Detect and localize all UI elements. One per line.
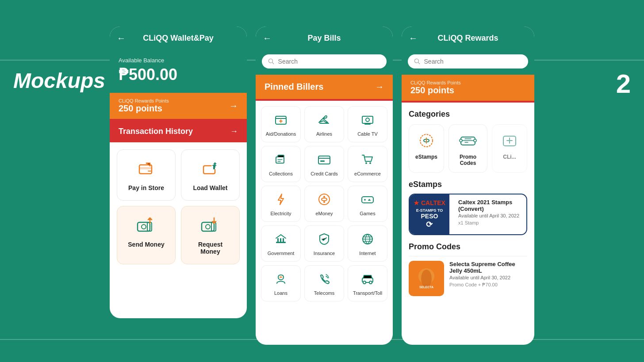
category-estamps[interactable]: eStamps [409,124,444,173]
balance-label: Available Balance [119,57,238,64]
estamp-card[interactable]: ★ CALTEX E-STAMPS TO PESO ⟳ Caltex 2021 … [409,194,527,235]
rewards-search-wrap[interactable] [408,54,528,69]
svg-point-32 [363,281,366,284]
biller-insurance-label: Insurance [314,251,335,256]
send-money-card[interactable]: Send Money [117,206,176,264]
svg-line-35 [418,62,420,64]
loans-icon [273,271,289,287]
cliqq-more-icon [500,131,519,150]
load-wallet-icon [200,159,221,180]
transport-toll-icon [360,271,376,287]
actions-grid: Pay in Store Load Wallet [117,149,240,264]
search-input[interactable] [278,58,380,65]
biller-electricity-label: Electricity [270,211,291,216]
svg-rect-29 [283,238,284,242]
biller-ecommerce[interactable]: eCommerce [348,146,387,182]
search-input-wrap[interactable] [262,54,387,69]
transaction-history-button[interactable]: Transaction History → [110,121,247,142]
svg-point-19 [369,162,371,164]
rewards-main-content: Categories eStamps [402,103,534,303]
biller-collections-label: Collections [269,171,293,176]
biller-games[interactable]: Games [348,186,387,222]
rewards-arrow-icon: → [229,101,238,111]
biller-emoney[interactable]: eMoney [304,186,344,222]
svg-rect-7 [202,222,214,231]
svg-rect-28 [280,238,281,242]
svg-rect-23 [362,197,373,203]
transaction-history-label: Transaction History [119,127,193,136]
pinned-billers-label: Pinned Billers [264,82,323,92]
biller-aid-donations[interactable]: Aid/Donations [261,106,301,142]
pay-bills-screen: ← Pay Bills Pinned Billers → [256,27,393,345]
svg-text:SELECTA: SELECTA [419,286,433,289]
rewards-points-banner[interactable]: CLiQQ Rewards Points 250 points [402,75,534,101]
svg-point-20 [319,194,330,205]
svg-point-22 [323,201,325,203]
svg-rect-13 [362,116,373,123]
biller-loans[interactable]: Loans [261,265,301,301]
ecommerce-icon [360,152,376,168]
insurance-icon [316,231,332,247]
biller-collections[interactable]: Collections [261,146,301,182]
category-cliqq-more[interactable]: CLi... [492,124,527,173]
svg-point-21 [323,196,325,198]
biller-insurance[interactable]: Insurance [304,225,344,262]
pinned-billers-banner[interactable]: Pinned Billers → [256,75,393,99]
request-money-card[interactable]: Request Money [181,206,240,264]
estamp-info: Caltex 2021 Stamps (Convert) Available u… [455,194,526,234]
rewards-points-value: 250 points [119,103,169,114]
load-wallet-card[interactable]: Load Wallet [181,149,240,201]
categories-title: Categories [409,110,527,119]
biller-government[interactable]: Government [261,225,301,262]
promo-codes-icon [458,131,478,150]
screens-container: ← CLiQQ Wallet&Pay Available Balance ₱50… [110,27,534,345]
emoney-icon [316,191,332,207]
actions-section: Pay in Store Load Wallet [110,142,247,271]
category-promo-codes[interactable]: Promo Codes [448,124,487,173]
rewards-cliqq-label: CLiQQ Rewards Points [410,80,461,85]
biller-credit-cards-label: Credit Cards [310,171,338,176]
biller-government-label: Government [268,251,295,256]
biller-transport-toll[interactable]: Transport/Toll [348,265,387,301]
games-icon [360,191,376,207]
billers-grid: Aid/Donations Airlines [256,101,393,307]
biller-airlines[interactable]: Airlines [304,106,344,142]
rewards-search-input[interactable] [424,58,522,65]
biller-telecoms[interactable]: Telecoms [304,265,344,301]
aid-donations-icon [273,112,289,128]
biller-airlines-label: Airlines [316,131,332,137]
svg-point-38 [460,139,462,142]
rewards-back-button[interactable]: ← [409,33,418,43]
estamp-title: Caltex 2021 Stamps (Convert) [458,199,523,212]
svg-rect-16 [318,156,330,164]
estamp-available: Available until April 30, 2022 [458,213,523,218]
promo-codes-section-title: Promo Codes [409,242,527,251]
biller-ecommerce-label: eCommerce [354,171,381,176]
pay-bills-back-button[interactable]: ← [263,33,272,43]
rewards-cliqq-points: 250 points [410,85,461,95]
pinned-billers-arrow: → [375,82,384,92]
promo-card[interactable]: SELECTA Selecta Supreme Coffee Jelly 450… [409,256,527,296]
promo-selecta-image: SELECTA [409,261,444,296]
biller-cable-tv[interactable]: Cable TV [348,106,387,142]
pay-bills-title: Pay Bills [307,34,341,43]
category-promo-codes-label: Promo Codes [454,154,482,166]
biller-credit-cards[interactable]: Credit Cards [304,146,344,182]
biller-electricity[interactable]: Electricity [261,186,301,222]
pay-bills-header: ← Pay Bills [256,27,393,50]
estamps-section-title: eStamps [409,180,527,189]
rewards-banner[interactable]: CLiQQ Rewards Points 250 points → [110,93,247,119]
svg-rect-27 [277,238,279,242]
estamp-count: x1 Stamp [458,220,523,225]
biller-internet[interactable]: Internet [348,225,387,262]
pay-in-store-card[interactable]: Pay in Store [117,149,176,201]
pay-in-store-icon [136,159,157,180]
wallet-back-button[interactable]: ← [117,33,126,43]
svg-point-5 [142,225,146,229]
balance-section: Available Balance ₱500.00 [110,50,247,93]
telecoms-icon [316,271,332,287]
svg-point-39 [474,139,476,142]
slide-number: 2 [616,69,631,99]
load-wallet-label: Load Wallet [193,184,227,191]
promo-code-value: Promo Code + ₱70.00 [449,282,527,288]
